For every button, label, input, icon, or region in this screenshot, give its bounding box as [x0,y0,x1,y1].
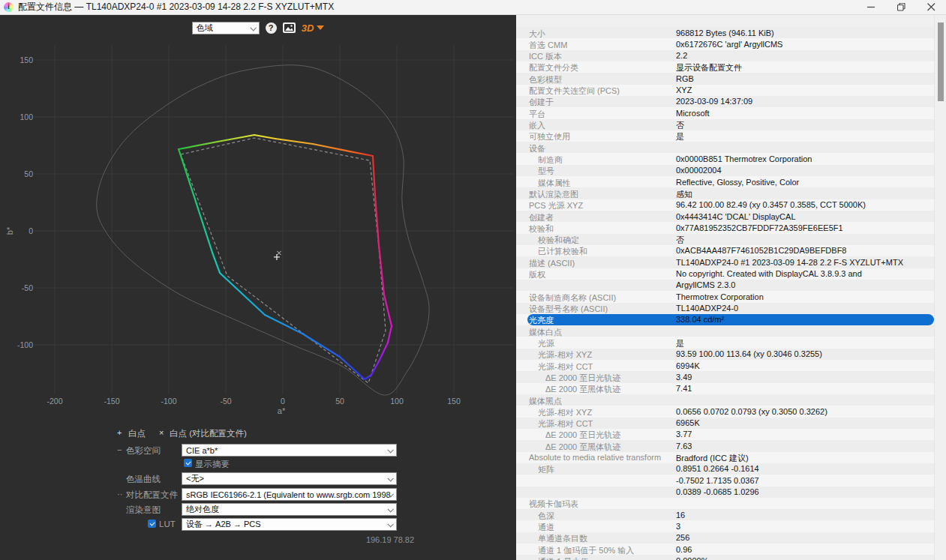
info-row[interactable]: ΔE 2000 至黑体轨迹7.41 [516,383,934,394]
x-tick-label: 0 [281,397,285,406]
info-row[interactable]: 媒体黑点 [516,394,934,406]
info-row[interactable]: 首选 CMM0x6172676C 'argl' ArgyllCMS [516,38,934,49]
scrollbar[interactable] [934,15,946,560]
comparison-profile-value: sRGB IEC61966-2.1 (Equivalent to www.srg… [186,490,391,499]
info-row[interactable]: ΔE 2000 至黑体轨迹7.63 [516,440,934,451]
rendering-intent-select[interactable]: 绝对色度 [182,503,397,516]
info-row[interactable]: 嵌入否 [516,119,934,130]
info-label: 嵌入 [529,120,545,131]
info-value: 968812 Bytes (946.11 KiB) [676,28,932,37]
window-title: 配置文件信息 — TL140ADXP24-0 #1 2023-03-09 14-… [18,1,334,13]
info-label: 制造商 [538,154,563,166]
info-label: 媒体黑点 [529,396,562,407]
whitepoint-comparison-legend-label: 白点 (对比配置文件) [170,428,247,439]
chevron-down-icon [387,475,393,481]
info-row[interactable]: 创建于2023-03-09 14:37:09 [516,96,934,107]
x-tick-label: 50 [335,397,344,406]
lut-table-select[interactable]: 设备 → A2B → PCS [182,518,397,531]
info-label: 通道 1 伽玛值于 50% 输入 [538,545,634,556]
info-value: 是 [676,338,932,349]
info-row[interactable]: 通道 1 伽玛值于 50% 输入0.96 [516,544,934,555]
info-row[interactable]: 配置文件分类显示设备配置文件 [516,61,934,73]
info-row[interactable]: 校验和确定否 [516,234,934,245]
info-row[interactable]: 创建者0x4443414C 'DCAL' DisplayCAL [516,211,934,222]
info-row[interactable]: 光源是 [516,337,934,348]
whitepoint-plus-mark: + [117,428,122,437]
info-row[interactable]: ICC 版本2.2 [516,50,934,61]
info-row[interactable]: 色深16 [516,509,934,520]
chevron-down-icon [387,447,393,453]
restore-button[interactable] [886,0,916,14]
info-row[interactable]: 光源-相对 XYZ93.59 100.00 113.64 (xy 0.3046 … [516,349,934,360]
info-label: ΔE 2000 至日光轨迹 [545,373,620,384]
help-icon[interactable]: ? [266,22,277,34]
info-value: 显示设备配置文件 [676,62,932,73]
info-row[interactable]: ΔE 2000 至日光轨迹3.49 [516,371,934,382]
info-row[interactable]: 大小968812 Bytes (946.11 KiB) [516,27,934,38]
info-value: 感知 [676,189,932,200]
info-row[interactable]: 矩阵0.8951 0.2664 -0.1614 [516,463,934,475]
info-row[interactable]: 设备型号名称 (ASCII)TL140ADXP24-0 [516,303,934,314]
info-row[interactable]: 设备制造商名称 (ASCII)Thermotrex Corporation [516,291,934,302]
info-row-selected[interactable]: 光亮度338.04 cd/m² [516,314,934,325]
info-value: 2.2 [676,51,932,60]
info-row[interactable]: 默认渲染意图感知 [516,187,934,199]
info-value: 否 [676,120,932,131]
info-row[interactable]: 校验和0x77A81952352CB7FDDF72A359FE6EE5F1 [516,222,934,233]
info-value: No copyright. Created with DisplayCAL 3.… [676,269,932,278]
comparison-profile-label: 对比配置文件 [126,490,178,501]
info-row[interactable]: 通道3 [516,520,934,532]
info-row[interactable]: ArgyllCMS 2.3.0 [516,280,934,291]
gamut-panel: -200-150-100-50050100150-100-50050100150… [0,15,516,560]
lut-checkbox[interactable] [148,520,156,528]
device-gamut-edge [379,245,384,295]
info-value: 3.77 [676,430,932,439]
info-row[interactable]: 型号0x00002004 [516,165,934,176]
tone-curve-select[interactable]: <无> [182,472,397,485]
info-row[interactable]: 制造商0x0000B851 Thermotrex Corporation [516,153,934,164]
info-row[interactable]: 通道 1 最小值0.0000% [516,555,934,560]
y-tick-label: 100 [20,112,33,121]
info-value: 16 [676,511,932,520]
info-row[interactable]: 视频卡伽玛表 [516,498,934,509]
show-summary-checkbox[interactable] [184,459,192,467]
info-row[interactable]: 已计算校验和0xACB4AA487F7461052B1C29DA9BEFDBF8 [516,245,934,256]
info-label: 单通道条目数 [538,533,587,544]
info-row[interactable]: 光源-相对 CCT6994K [516,360,934,371]
save-image-icon[interactable] [283,22,296,33]
info-label: 配置文件关连空间 (PCS) [529,85,620,97]
info-row[interactable]: 光源-相对 XYZ0.0656 0.0702 0.0793 (xy 0.3050… [516,406,934,417]
info-row[interactable]: 平台Microsoft [516,107,934,118]
app-info-icon: i [4,2,14,12]
device-gamut-edge [379,343,388,361]
info-row[interactable]: Absolute to media relative transformBrad… [516,452,934,463]
info-row[interactable]: ΔE 2000 至日光轨迹3.77 [516,429,934,440]
y-tick-label: 50 [24,169,33,178]
comparison-profile-select[interactable]: sRGB IEC61966-2.1 (Equivalent to www.srg… [182,488,397,501]
3d-view-button[interactable]: 3D [302,22,325,34]
info-row[interactable]: 光源-相对 CCT6965K [516,418,934,429]
info-row[interactable]: 色彩模型RGB [516,73,934,84]
view-mode-select[interactable]: 色域 [192,22,260,34]
info-row[interactable]: -0.7502 1.7135 0.0367 [516,475,934,486]
info-row[interactable]: PCS 光源 XYZ96.42 100.00 82.49 (xy 0.3457 … [516,199,934,211]
info-label: 光源-相对 CCT [538,418,593,430]
minimize-button[interactable] [856,0,886,14]
info-row[interactable]: 配置文件关连空间 (PCS)XYZ [516,85,934,96]
info-row[interactable]: 单通道条目数256 [516,532,934,544]
info-row[interactable]: 设备 [516,142,934,153]
x-tick-label: 150 [447,397,461,406]
info-row[interactable]: 媒体属性Reflective, Glossy, Positive, Color [516,176,934,187]
info-label: 平台 [529,109,545,120]
info-row[interactable]: 媒体白点 [516,325,934,337]
color-space-select[interactable]: CIE a*b* [182,444,397,457]
info-row[interactable]: 0.0389 -0.0685 1.0296 [516,487,934,498]
info-row[interactable]: 描述 (ASCII)TL140ADXP24-0 #1 2023-03-09 14… [516,256,934,268]
info-value: 是 [676,131,932,142]
info-row[interactable]: 版权No copyright. Created with DisplayCAL … [516,268,934,280]
dashed-line-legend-mark: ·· [117,490,123,499]
scrollbar-thumb[interactable] [938,22,944,101]
color-space-value: CIE a*b* [186,446,218,455]
close-button[interactable] [916,0,946,14]
info-row[interactable]: 可独立使用是 [516,130,934,142]
